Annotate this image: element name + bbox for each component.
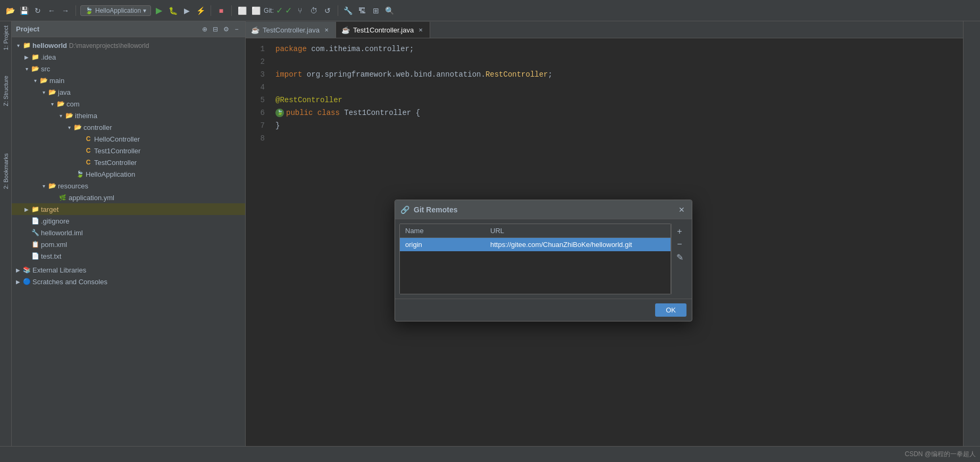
- tab1-close[interactable]: ✕: [323, 26, 330, 34]
- toolbar: 📂 💾 ↻ ← → 🍃 HelloApplication ▾ ▶ 🐛 ▶ ⚡ ■…: [0, 0, 980, 21]
- refresh-icon[interactable]: ↻: [32, 5, 44, 16]
- separator4: [338, 5, 338, 16]
- tree-com[interactable]: ▾ 📂 com: [12, 98, 245, 110]
- line-numbers: 1 2 3 4 5 6 7 8: [246, 43, 271, 145]
- remote-row-origin[interactable]: origin https://gitee.com/ChuanZhiBoKe/he…: [400, 238, 671, 252]
- code-line-4: [275, 81, 963, 94]
- tree-scratches[interactable]: ▶ 🔵 Scratches and Consoles: [12, 276, 245, 287]
- main-icon: 📂: [39, 76, 48, 85]
- stop-icon[interactable]: ■: [215, 5, 227, 16]
- layout-icon[interactable]: ⊞: [370, 5, 382, 16]
- git-revert-icon[interactable]: ↺: [322, 5, 333, 16]
- tree-iml[interactable]: ▶ 🔧 helloworld.iml: [12, 227, 245, 238]
- tree-test-controller[interactable]: ▶ C TestController: [12, 156, 245, 168]
- forward-icon[interactable]: →: [60, 5, 71, 16]
- modal-close-button[interactable]: ✕: [677, 205, 686, 214]
- project-panel-title: Project: [16, 25, 39, 33]
- test1-controller-icon: C: [84, 146, 93, 155]
- git-icon3[interactable]: ⬜: [250, 5, 262, 16]
- git-check2[interactable]: ✓: [285, 5, 292, 15]
- tree-gitignore[interactable]: ▶ 📄 .gitignore: [12, 215, 245, 227]
- tree-hello-controller[interactable]: ▶ C HelloController: [12, 133, 245, 145]
- annotation-rest-controller: @RestController: [275, 94, 342, 106]
- tree-external-libraries[interactable]: ▶ 📚 External Libraries: [12, 264, 245, 276]
- tree-controller-folder[interactable]: ▾ 📂 controller: [12, 121, 245, 133]
- code-line-1: package com.itheima.controller;: [275, 43, 963, 55]
- run-button[interactable]: ▶: [153, 5, 165, 16]
- project-sync-icon[interactable]: ⊕: [200, 25, 209, 34]
- project-collapse-icon[interactable]: ⊟: [211, 25, 220, 34]
- code-line-3: import org.springframework.web.bind.anno…: [275, 68, 963, 81]
- kw-public: public: [286, 106, 313, 119]
- tree-hello-application[interactable]: ▶ 🍃 HelloApplication: [12, 168, 245, 180]
- add-remote-button[interactable]: +: [674, 226, 685, 237]
- structure-tab-label[interactable]: Z: Structure: [3, 76, 9, 106]
- tree-itheima[interactable]: ▾ 📂 itheima: [12, 110, 245, 121]
- settings-icon[interactable]: 🔧: [342, 5, 354, 16]
- tab1-icon: ☕: [251, 26, 259, 34]
- tab-test1-controller[interactable]: ☕ Test1Controller.java ✕: [336, 22, 430, 38]
- com-label: com: [66, 100, 80, 108]
- iml-icon: 🔧: [31, 228, 39, 237]
- controller-folder-arrow: ▾: [65, 123, 73, 131]
- git-check1[interactable]: ✓: [276, 5, 283, 15]
- build-icon[interactable]: 🏗: [356, 5, 368, 16]
- itheima-arrow: ▾: [56, 111, 65, 120]
- tree-target[interactable]: ▶ 📁 target: [12, 203, 245, 215]
- tree-root[interactable]: ▾ 📁 helloworld D:\mavenprojects\hellowor…: [12, 39, 245, 51]
- tree-test1-controller[interactable]: ▶ C Test1Controller: [12, 145, 245, 156]
- src-label: src: [41, 65, 50, 73]
- yml-label: application.yml: [69, 194, 114, 202]
- ext-lib-arrow: ▶: [14, 266, 22, 274]
- table-with-buttons: Name URL origin https://gitee.com/ChuanZ…: [399, 224, 688, 294]
- idea-icon: 📁: [31, 53, 39, 61]
- gitignore-label: .gitignore: [41, 217, 69, 225]
- scratches-icon: 🔵: [22, 277, 31, 286]
- run-config-label: HelloApplication: [95, 7, 141, 14]
- git-section: Git: ✓ ✓ ⑂ ⏱ ↺: [264, 5, 333, 16]
- tab-test-controller[interactable]: ☕ TestController.java ✕: [246, 22, 336, 38]
- back-icon[interactable]: ←: [46, 5, 57, 16]
- tree-resources[interactable]: ▾ 📂 resources: [12, 180, 245, 192]
- project-minimize-icon[interactable]: −: [232, 25, 241, 34]
- itheima-label: itheima: [75, 112, 97, 120]
- main-arrow: ▾: [31, 76, 39, 85]
- tree-pom[interactable]: ▶ 📋 pom.xml: [12, 238, 245, 250]
- debug-button[interactable]: 🐛: [167, 5, 179, 16]
- tab2-close[interactable]: ✕: [417, 26, 424, 34]
- separator3: [231, 5, 232, 16]
- tree-java[interactable]: ▾ 📂 java: [12, 86, 245, 98]
- tree-idea[interactable]: ▶ 📁 .idea: [12, 51, 245, 63]
- git-history-icon[interactable]: ⏱: [308, 5, 320, 16]
- tree-src[interactable]: ▾ 📂 src: [12, 63, 245, 75]
- resources-label: resources: [58, 182, 88, 190]
- test-controller-icon: C: [84, 158, 93, 167]
- tab2-icon: ☕: [341, 26, 350, 34]
- remove-remote-button[interactable]: −: [674, 238, 685, 250]
- project-tab-label[interactable]: 1: Project: [3, 26, 9, 50]
- ok-button[interactable]: OK: [655, 303, 686, 317]
- run-config-selector[interactable]: 🍃 HelloApplication ▾: [80, 5, 151, 16]
- git-branch-icon[interactable]: ⑂: [294, 5, 306, 16]
- target-arrow: ▶: [22, 205, 31, 213]
- run-with-coverage-icon[interactable]: ▶: [181, 5, 192, 16]
- tree-application-yml[interactable]: ▶ 🌿 application.yml: [12, 192, 245, 203]
- project-settings-icon[interactable]: ⚙: [222, 25, 230, 34]
- hello-app-label: HelloApplication: [86, 170, 135, 178]
- save-icon[interactable]: 💾: [18, 5, 30, 16]
- search-icon[interactable]: 🔍: [384, 5, 396, 16]
- profile-icon[interactable]: ⚡: [195, 5, 206, 16]
- gitignore-icon: 📄: [31, 217, 39, 225]
- spring-bean-icon: 🍃: [275, 109, 284, 117]
- col-header-url: URL: [485, 224, 671, 238]
- tree-test-txt[interactable]: ▶ 📄 test.txt: [12, 250, 245, 262]
- git-icon2[interactable]: ⬜: [236, 5, 248, 16]
- folder-open-icon[interactable]: 📂: [4, 5, 16, 16]
- code-line-8: [275, 132, 963, 145]
- edit-remote-button[interactable]: ✎: [674, 251, 685, 263]
- tree-main[interactable]: ▾ 📂 main: [12, 75, 245, 86]
- bookmarks-tab-label[interactable]: 2: Bookmarks: [3, 153, 9, 189]
- java-label: java: [58, 88, 71, 96]
- hello-controller-icon: C: [84, 135, 93, 143]
- src-arrow: ▾: [22, 64, 31, 73]
